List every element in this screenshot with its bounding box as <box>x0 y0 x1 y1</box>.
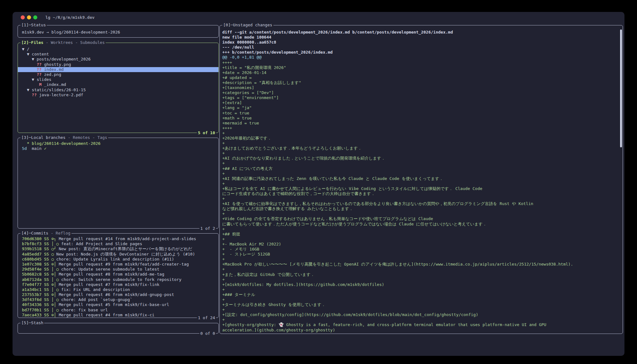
diff-line[interactable]: など慣れ親しんだ言語で書き換えて理解する みたいなこともします． <box>220 206 623 211</box>
diff-line[interactable]: +## 前提 <box>220 232 623 237</box>
diff-line[interactable]: + <box>220 277 623 282</box>
file-tree: ▼ / ▼ content ▼ posts/development_2026 ?… <box>18 43 218 133</box>
diff-line[interactable]: ++++ <box>220 60 623 65</box>
minimize-icon[interactable] <box>27 15 31 19</box>
commit-row[interactable]: 3df43f6d SS │ ○ chore: Add post `setup-g… <box>18 297 218 302</box>
file-row[interactable]: ▼ / <box>18 47 218 52</box>
file-row[interactable]: ?? zed.png <box>18 72 218 77</box>
diff-line[interactable]: +tags = ["environment"] <box>220 95 623 100</box>
commit-row[interactable]: 939b1518 SS ○┘ New post: 直近のMinecraft界隈の… <box>18 246 218 251</box>
stash-list <box>18 323 218 333</box>
diff-line[interactable]: +MacBook Pro が欲しい〜〜〜〜 [メモリ高騰を引き起こした Open… <box>220 262 623 267</box>
diff-line[interactable]: +あけましておめでとうございます．本年もどうぞよろしくお願いします． <box>220 146 623 151</box>
status-line[interactable]: m1sk9.dev → blog/260114-development-2026 <box>18 30 218 35</box>
diff-line[interactable]: +mermaid = true <box>220 121 623 126</box>
diff-line[interactable]: に書いてもらって使います．ただ人が使うコードなど私だけが使うプログラムではない場… <box>220 222 623 227</box>
diff-line[interactable]: +[taxonomies] <box>220 85 623 90</box>
diff-line[interactable]: +[m1sk9/dotfiles: My dotfiles.](https://… <box>220 282 623 287</box>
diff-line[interactable]: @@ -0,0 +1,81 @@ <box>220 55 623 60</box>
close-icon[interactable] <box>21 15 25 19</box>
diff-line[interactable]: +# updated = <box>220 75 623 80</box>
commit-row[interactable]: a1a34bc1 SS │ ○ fix: Fix URL and descrip… <box>18 287 218 292</box>
diff-line[interactable]: + <box>220 267 623 272</box>
diff-line[interactable]: + - ストレージ 512GB <box>220 252 623 257</box>
diff-view[interactable]: diff --git a/content/posts/development_2… <box>220 25 623 334</box>
diff-line[interactable]: +title = "私の開発環境 2026" <box>220 65 623 70</box>
scrollbar-thumb[interactable] <box>620 29 622 147</box>
diff-line[interactable]: +description = "真相をお話しします" <box>220 80 623 85</box>
diff-line[interactable]: diff --git a/content/posts/development_2… <box>220 30 623 35</box>
file-row[interactable]: ?? java-lecture-2.pdf <box>18 92 218 98</box>
zoom-icon[interactable] <box>33 15 37 19</box>
commit-row[interactable]: 706d6380 SS ⊙┐ Merge pull request #14 fr… <box>18 236 218 241</box>
diff-line[interactable]: +### ターミナル <box>220 292 623 297</box>
commit-row[interactable]: 29d58f4e SS │ ○ chore: Update serene sub… <box>18 267 218 272</box>
diff-line[interactable]: +[extra] <box>220 100 623 105</box>
files-count: 5 of 10 <box>197 130 216 135</box>
diff-line[interactable]: + - メモリ 16GB <box>220 247 623 252</box>
diff-line[interactable]: +++ b/content/posts/development_2026/ind… <box>220 50 623 55</box>
diff-line[interactable]: +AI のおかげでかなり変わりました．ということで現状の私の開発環境を紹介します… <box>220 156 623 161</box>
commit-row[interactable]: 40f34336 SS ⊙│ Merge pull request #5 fro… <box>18 302 218 307</box>
diff-line[interactable]: +2026年最初の記事です． <box>220 136 623 141</box>
diff-line[interactable]: + <box>220 151 623 156</box>
commit-row[interactable]: 1e07c308 SS ⊙│ Merge pull request #9 fro… <box>18 262 218 267</box>
diff-line[interactable]: +- MacBook Air M2 (2022) <box>220 242 623 247</box>
diff-line[interactable]: +また，私の設定は GitHub で公開しています． <box>220 272 623 277</box>
diff-line[interactable]: +Vide Coding の全てを否定するわけではありません．私も簡単なコードや… <box>220 216 623 221</box>
diff-line[interactable]: +[ghostty-org/ghostty: 👻 Ghostty is a fa… <box>220 322 623 327</box>
diff-line[interactable]: index 0000000..aa657c8 <box>220 40 623 45</box>
commit-row[interactable]: b7bf8cf3 SS │ ○ feat: Add Project and Sl… <box>18 241 218 246</box>
diff-line[interactable]: + <box>220 287 623 292</box>
diff-line[interactable]: new file mode 100644 <box>220 35 623 40</box>
status-content: m1sk9.dev → blog/260114-development-2026 <box>18 25 218 37</box>
diff-line[interactable]: + <box>220 307 623 312</box>
diff-line[interactable]: + <box>220 227 623 232</box>
files-panel: [2]─Files - Worktrees - Submodules ▼ / ▼… <box>18 43 219 133</box>
diff-line[interactable]: + <box>220 141 623 146</box>
commit-row[interactable]: c680bd45 SS ○ chore: Update Lyralis link… <box>18 257 218 262</box>
diff-line[interactable]: +AI 関連の記事に汚染されてしまった Zenn を嘆いていた私も今 Claud… <box>220 176 623 181</box>
diff-line[interactable]: +lang = "ja" <box>220 105 623 110</box>
branch-row[interactable]: 5d main ✓ <box>18 146 218 151</box>
diff-line[interactable]: +ターミナルは引き続き Ghostty を使用しています． <box>220 302 623 307</box>
diff-line[interactable]: +私はコードを全て AI に書かせて人間によるレビューを行わない Vibe Co… <box>220 186 623 191</box>
commit-row[interactable]: f7e04f77 SS ⊙│ Merge pull request #7 fro… <box>18 282 218 287</box>
diff-line[interactable]: にコード生成するのはあくまで補助的な役割で，コードの大枠は自分で書きます． <box>220 191 623 196</box>
file-row[interactable]: ?? ghostty.png <box>18 62 218 67</box>
file-row[interactable]: ?? index.md <box>18 67 218 72</box>
commit-row[interactable]: 7aeca433 SS ⊙│ Merge pull request #4 fro… <box>18 313 218 318</box>
diff-line[interactable]: +toc = true <box>220 111 623 116</box>
diff-line[interactable]: + <box>220 297 623 302</box>
diff-line[interactable]: + <box>220 171 623 176</box>
diff-line[interactable]: + <box>220 181 623 186</box>
commit-row[interactable]: 5b0682c8 SS ⊙│ Merge pull request #8 fro… <box>18 272 218 277</box>
file-row[interactable]: M _index.md <box>18 82 218 87</box>
diff-line[interactable]: ++++ <box>220 126 623 131</box>
diff-line[interactable]: + <box>220 211 623 216</box>
diff-line[interactable]: +date = 2026-01-14 <box>220 70 623 75</box>
traffic-lights <box>21 15 37 19</box>
commit-row[interactable]: 237553b7 SS ⊙│ Merge pull request #6 fro… <box>18 292 218 297</box>
diff-line[interactable]: + <box>220 257 623 262</box>
file-row[interactable]: ▼ posts/development_2026 <box>18 57 218 62</box>
diff-line[interactable]: acceleration.](github.com/ghostty-org/gh… <box>220 328 623 333</box>
commit-row[interactable]: 4a85edd7 SS ○ New post: Node.js の環境を Dev… <box>18 252 218 257</box>
diff-line[interactable]: + <box>220 131 623 136</box>
diff-line[interactable]: +AI を使って確かに効率化はできますし，私もそれはわかっているのである部分をよ… <box>220 201 623 206</box>
diff-line[interactable]: + <box>220 196 623 201</box>
diff-line[interactable]: +[設定: dot_config/ghostty/config](https:/… <box>220 312 623 317</box>
branch-row[interactable]: * blog/260114-development-2026 <box>18 141 218 146</box>
commit-row[interactable]: bd7f70b1 SS │ ○ chore: fix base url <box>18 308 218 313</box>
diff-line[interactable]: + <box>220 161 623 166</box>
diff-line[interactable]: --- /dev/null <box>220 45 623 50</box>
file-row[interactable]: ▼ static/slides/26-01-15 <box>18 87 218 92</box>
diff-line[interactable]: +math = true <box>220 116 623 121</box>
diff-line[interactable]: +categories = ["Dev"] <box>220 90 623 95</box>
commit-row[interactable]: ab6712da SS │ ○ chore: Switch serene sub… <box>18 277 218 282</box>
file-row[interactable]: ▼ slides <box>18 77 218 82</box>
diff-line[interactable]: + <box>220 237 623 242</box>
diff-line[interactable]: + <box>220 317 623 322</box>
diff-line[interactable]: +## AI についての考え方 <box>220 166 623 171</box>
file-row[interactable]: ▼ content <box>18 52 218 57</box>
